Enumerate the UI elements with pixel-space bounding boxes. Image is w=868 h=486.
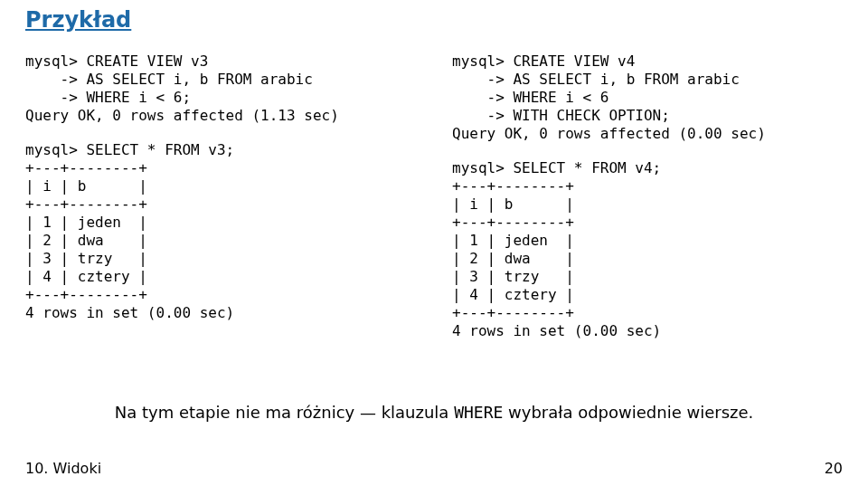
footer-right: 20 — [825, 460, 843, 477]
columns: mysql> CREATE VIEW v3 -> AS SELECT i, b … — [25, 52, 843, 340]
right-create-block: mysql> CREATE VIEW v4 -> AS SELECT i, b … — [452, 52, 843, 143]
right-column: mysql> CREATE VIEW v4 -> AS SELECT i, b … — [452, 52, 843, 340]
left-column: mysql> CREATE VIEW v3 -> AS SELECT i, b … — [25, 52, 416, 340]
slide-title: Przykład — [25, 7, 131, 33]
caption-post: wybrała odpowiednie wiersze. — [503, 403, 753, 422]
caption: Na tym etapie nie ma różnicy — klauzula … — [0, 403, 868, 422]
slide: Przykład mysql> CREATE VIEW v3 -> AS SEL… — [0, 0, 868, 486]
footer-left: 10. Widoki — [25, 460, 101, 477]
caption-pre: Na tym etapie nie ma różnicy — klauzula — [115, 403, 454, 422]
caption-code: WHERE — [454, 403, 503, 422]
left-create-block: mysql> CREATE VIEW v3 -> AS SELECT i, b … — [25, 52, 416, 125]
left-select-block: mysql> SELECT * FROM v3; +---+--------+ … — [25, 141, 416, 322]
right-select-block: mysql> SELECT * FROM v4; +---+--------+ … — [452, 159, 843, 340]
footer: 10. Widoki 20 — [25, 460, 843, 477]
